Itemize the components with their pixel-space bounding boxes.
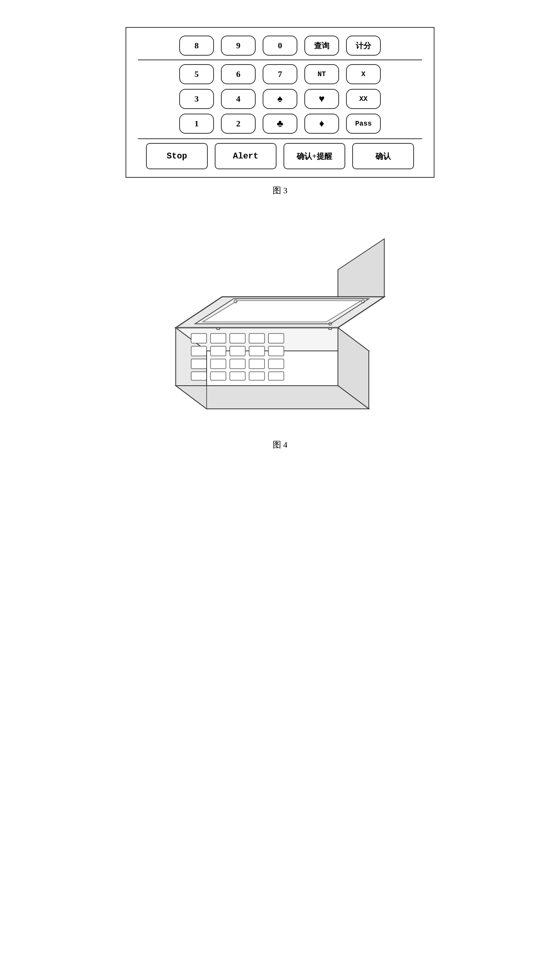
figure3-caption: 图 3	[273, 185, 288, 196]
button-row-bottom: Stop Alert 确认+提醒 确认	[138, 143, 422, 169]
btn-xx[interactable]: XX	[346, 89, 381, 109]
btn-6[interactable]: 6	[221, 64, 256, 84]
btn-nt[interactable]: NT	[304, 64, 339, 84]
btn-confirm-remind[interactable]: 确认+提醒	[283, 143, 345, 169]
btn-score[interactable]: 计分	[346, 36, 381, 56]
btn-8[interactable]: 8	[179, 36, 214, 56]
btn-5[interactable]: 5	[179, 64, 214, 84]
figure3-container: 8 9 0 查询 计分 5 6 7 NT X 3 4 ♠ ♥ XX 1 2 ♣	[126, 27, 434, 178]
btn-club[interactable]: ♣	[263, 114, 297, 134]
svg-rect-4	[191, 334, 207, 343]
svg-rect-11	[230, 346, 245, 356]
btn-diamond[interactable]: ♦	[304, 114, 339, 134]
svg-rect-7	[249, 334, 265, 343]
btn-1[interactable]: 1	[179, 114, 214, 134]
figure4-caption: 图 4	[273, 439, 288, 451]
divider-top	[138, 60, 422, 60]
svg-rect-13	[268, 346, 284, 356]
btn-3[interactable]: 3	[179, 89, 214, 109]
btn-query[interactable]: 查询	[304, 36, 339, 56]
figure4-container	[126, 220, 434, 432]
button-row-4: 1 2 ♣ ♦ Pass	[138, 114, 422, 134]
svg-rect-20	[210, 372, 226, 380]
btn-4[interactable]: 4	[221, 89, 256, 109]
btn-stop[interactable]: Stop	[146, 143, 208, 169]
btn-7[interactable]: 7	[263, 64, 297, 84]
svg-rect-17	[249, 359, 265, 369]
svg-rect-23	[268, 372, 284, 380]
svg-rect-14	[191, 359, 207, 369]
svg-rect-22	[249, 372, 265, 380]
svg-rect-12	[249, 346, 265, 356]
btn-x[interactable]: X	[346, 64, 381, 84]
svg-rect-5	[210, 334, 226, 343]
svg-rect-6	[230, 334, 245, 343]
btn-9[interactable]: 9	[221, 36, 256, 56]
button-row-2: 5 6 7 NT X	[138, 64, 422, 84]
btn-2[interactable]: 2	[221, 114, 256, 134]
svg-rect-16	[230, 359, 245, 369]
svg-rect-15	[210, 359, 226, 369]
button-row-top: 8 9 0 查询 计分	[138, 36, 422, 56]
btn-pass[interactable]: Pass	[346, 114, 381, 134]
svg-rect-19	[191, 372, 207, 380]
divider-bottom	[138, 138, 422, 139]
button-panel: 8 9 0 查询 计分 5 6 7 NT X 3 4 ♠ ♥ XX 1 2 ♣	[126, 27, 434, 178]
btn-spade[interactable]: ♠	[263, 89, 297, 109]
btn-0[interactable]: 0	[263, 36, 297, 56]
btn-heart[interactable]: ♥	[304, 89, 339, 109]
button-row-3: 3 4 ♠ ♥ XX	[138, 89, 422, 109]
svg-marker-3	[176, 386, 369, 409]
svg-rect-10	[210, 346, 226, 356]
svg-rect-8	[268, 334, 284, 343]
svg-rect-21	[230, 372, 245, 380]
svg-rect-18	[268, 359, 284, 369]
svg-rect-9	[191, 346, 207, 356]
btn-alert[interactable]: Alert	[215, 143, 277, 169]
device-illustration	[145, 220, 415, 432]
btn-confirm[interactable]: 确认	[352, 143, 414, 169]
